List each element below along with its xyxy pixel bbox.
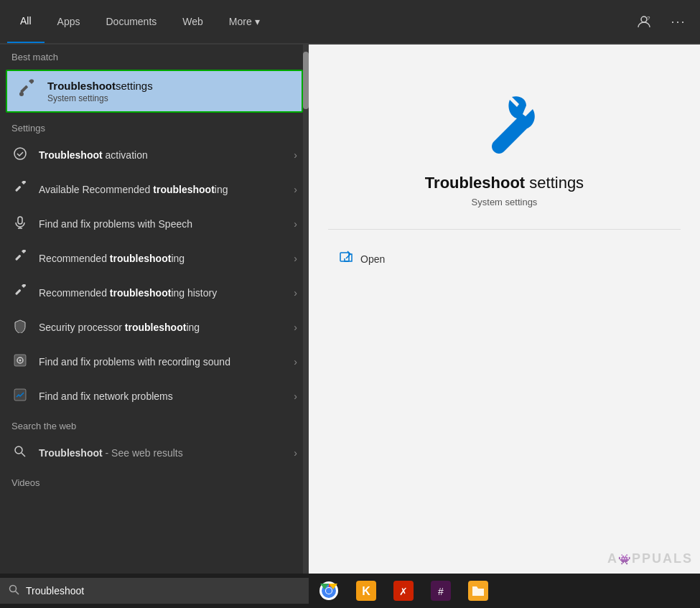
- web-item-label: Troubleshoot - See web results: [39, 447, 284, 459]
- taskbar-app-icons: K ✗ #: [309, 578, 498, 604]
- list-item[interactable]: Find and fix problems with recording sou…: [0, 345, 309, 379]
- list-item[interactable]: Recommended troubleshooting ›: [0, 241, 309, 276]
- svg-text:?: ?: [647, 15, 650, 22]
- svg-point-3: [19, 92, 24, 96]
- item-label: Find and fix problems with Speech: [39, 218, 284, 230]
- best-match-subtitle: System settings: [47, 93, 153, 103]
- settings-section-label: Settings: [0, 116, 309, 138]
- left-panel: Best match Troubleshootsettings System s…: [0, 45, 309, 574]
- item-label: Available Recommended troubleshooting: [39, 183, 284, 196]
- chrome-icon[interactable]: [316, 578, 342, 604]
- detail-subtitle: System settings: [472, 197, 538, 207]
- slack-icon[interactable]: #: [428, 578, 454, 604]
- connect-icon[interactable]: ✗: [391, 578, 416, 604]
- scrollbar-thumb[interactable]: [303, 52, 309, 109]
- taskbar-search-icon: [9, 584, 20, 598]
- chevron-right-icon: ›: [294, 184, 297, 195]
- svg-rect-9: [15, 254, 21, 260]
- svg-point-15: [15, 446, 22, 454]
- svg-text:K: K: [362, 585, 370, 597]
- svg-line-20: [16, 591, 19, 594]
- svg-rect-5: [15, 185, 21, 191]
- microphone-icon: [11, 215, 29, 233]
- svg-rect-6: [18, 217, 22, 224]
- tab-more[interactable]: More ▾: [216, 0, 273, 43]
- list-item[interactable]: Security processor troubleshooting ›: [0, 310, 309, 345]
- taskbar-search-text: Troubleshoot: [26, 585, 84, 597]
- wrench-icon: [11, 181, 29, 199]
- svg-point-13: [19, 359, 22, 361]
- svg-point-23: [326, 588, 332, 594]
- more-options-button[interactable]: ···: [664, 7, 693, 36]
- settings-wrench-icon: [16, 78, 37, 104]
- network-icon: [11, 388, 29, 406]
- wrench-icon: [11, 284, 29, 302]
- chevron-right-icon: ›: [294, 447, 297, 459]
- item-label: Troubleshoot activation: [39, 149, 284, 162]
- chevron-right-icon: ›: [294, 390, 297, 402]
- main-layout: Best match Troubleshootsettings System s…: [0, 45, 700, 574]
- svg-text:#: #: [438, 586, 444, 597]
- svg-rect-10: [15, 289, 21, 294]
- taskbar-search[interactable]: Troubleshoot: [0, 578, 309, 604]
- tab-documents[interactable]: Documents: [93, 0, 169, 43]
- scrollbar-track: [303, 45, 309, 574]
- svg-point-4: [14, 148, 26, 159]
- right-panel: Troubleshoot settings System settings Op…: [309, 45, 700, 574]
- chevron-right-icon: ›: [294, 287, 297, 299]
- shield-icon: [11, 319, 29, 337]
- detail-divider: [328, 229, 681, 230]
- chevron-right-icon: ›: [294, 218, 297, 230]
- best-match-item[interactable]: Troubleshootsettings System settings: [6, 70, 303, 113]
- tab-all[interactable]: All: [7, 0, 45, 43]
- audio-icon: [11, 353, 29, 371]
- taskbar: Troubleshoot K ✗: [0, 574, 700, 608]
- tab-web[interactable]: Web: [169, 0, 216, 43]
- top-nav: All Apps Documents Web More ▾ ? ···: [0, 0, 700, 45]
- search-icon: [11, 445, 29, 462]
- open-label: Open: [360, 253, 385, 265]
- chevron-right-icon: ›: [294, 356, 297, 368]
- detail-icon: [469, 88, 541, 159]
- list-item[interactable]: Recommended troubleshooting history ›: [0, 276, 309, 310]
- web-search-label: Search the web: [0, 413, 309, 436]
- circle-check-icon: [11, 146, 29, 164]
- open-action[interactable]: Open: [330, 244, 393, 273]
- list-item[interactable]: Troubleshoot activation ›: [0, 138, 309, 172]
- web-search-item[interactable]: Troubleshoot - See web results ›: [0, 436, 309, 470]
- wrench-icon: [11, 250, 29, 268]
- nav-right: ? ···: [630, 7, 693, 36]
- svg-point-0: [641, 17, 647, 22]
- open-icon: [339, 250, 353, 268]
- file-explorer-icon[interactable]: [465, 578, 491, 604]
- svg-point-19: [10, 585, 17, 591]
- item-label: Recommended troubleshooting: [39, 252, 284, 265]
- tab-apps[interactable]: Apps: [45, 0, 93, 43]
- videos-section-label: Videos: [0, 470, 309, 492]
- nav-tabs: All Apps Documents Web More ▾: [7, 0, 273, 43]
- item-label: Security processor troubleshooting: [39, 321, 284, 334]
- kindle-icon[interactable]: K: [353, 578, 379, 604]
- chevron-right-icon: ›: [294, 149, 297, 161]
- svg-rect-14: [14, 389, 26, 401]
- search-results-scroll[interactable]: Best match Troubleshootsettings System s…: [0, 45, 309, 574]
- detail-title: Troubleshoot settings: [425, 174, 584, 192]
- feedback-button[interactable]: ?: [630, 7, 658, 36]
- chevron-right-icon: ›: [294, 253, 297, 264]
- svg-text:✗: ✗: [399, 586, 408, 597]
- list-item[interactable]: Available Recommended troubleshooting ›: [0, 172, 309, 207]
- list-item[interactable]: Find and fix problems with Speech ›: [0, 207, 309, 241]
- item-label: Find and fix problems with recording sou…: [39, 355, 284, 368]
- best-match-label: Best match: [0, 45, 309, 67]
- best-match-text: Troubleshootsettings System settings: [47, 80, 153, 103]
- best-match-title: Troubleshootsettings: [47, 80, 153, 92]
- svg-point-17: [494, 144, 500, 149]
- watermark: A👾PPUALS: [607, 551, 693, 566]
- item-label: Recommended troubleshooting history: [39, 286, 284, 299]
- item-label: Find and fix network problems: [39, 390, 284, 403]
- list-item[interactable]: Find and fix network problems ›: [0, 379, 309, 413]
- svg-line-16: [22, 453, 25, 457]
- chevron-right-icon: ›: [294, 322, 297, 333]
